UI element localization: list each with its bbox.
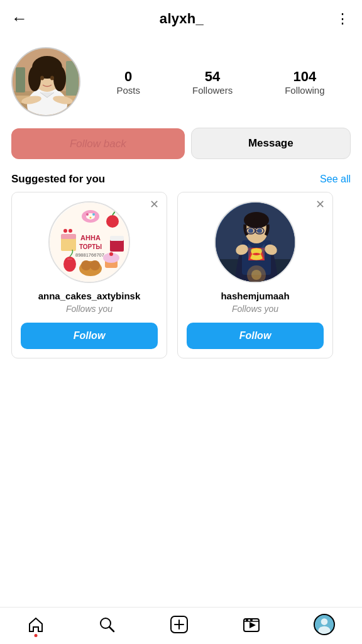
suggestion-card: ✕ [177,192,333,358]
home-active-dot [34,634,37,637]
svg-point-17 [86,213,89,216]
suggested-cards-container: ✕ [0,192,362,365]
avatar [11,47,80,116]
stats-row: 0 Posts 54 Followers 104 Following [90,69,351,96]
svg-point-9 [53,66,66,91]
followers-label: Followers [192,85,233,96]
svg-point-64 [321,618,328,625]
card-avatar: АННА ТОРТЫ 89881766707. [48,201,130,283]
follow-back-button[interactable]: Follow back [11,128,185,159]
svg-rect-22 [61,234,76,239]
see-all-link[interactable]: See all [320,174,351,185]
search-icon [98,616,116,633]
card-follows-you: Follows you [66,304,112,314]
posts-stat[interactable]: 0 Posts [116,69,140,96]
close-card-button[interactable]: ✕ [315,199,325,210]
message-button[interactable]: Message [191,128,351,159]
svg-rect-12 [66,61,79,96]
card-follows-you: Follows you [232,304,278,314]
followers-count: 54 [192,69,233,85]
svg-point-10 [40,76,44,80]
svg-rect-13 [16,67,25,92]
username-title: alyxh_ [160,11,204,27]
svg-text:ТОРТЫ: ТОРТЫ [79,243,102,250]
svg-point-48 [257,229,262,233]
svg-point-61 [246,619,248,621]
following-stat[interactable]: 104 Following [285,69,324,96]
follow-button[interactable]: Follow [21,323,158,349]
followers-stat[interactable]: 54 Followers [192,69,233,96]
card-avatar [214,201,296,283]
bottom-navigation [0,607,362,644]
following-label: Following [285,85,324,96]
suggested-title: Suggested for you [11,173,105,186]
nav-home[interactable] [27,616,45,633]
svg-point-19 [90,217,92,219]
nav-profile[interactable] [314,614,335,635]
svg-point-23 [63,229,67,233]
svg-point-8 [28,66,41,91]
posts-label: Posts [116,85,140,96]
add-icon [170,615,189,634]
profile-info-row: 0 Posts 54 Followers 104 Following [11,47,351,116]
nav-search[interactable] [98,616,116,633]
svg-point-18 [92,213,95,216]
card-username: anna_cakes_axtybinsk [38,291,141,301]
svg-point-43 [244,212,269,228]
reels-icon [243,616,260,633]
follow-button[interactable]: Follow [187,323,324,349]
profile-section: 0 Posts 54 Followers 104 Following [0,37,362,116]
svg-point-24 [69,229,72,233]
more-options-button[interactable]: ⋮ [336,11,351,27]
svg-line-54 [109,627,114,631]
suggested-header: Suggested for you See all [0,167,362,192]
nav-add[interactable] [170,615,189,634]
svg-point-29 [90,260,100,270]
home-icon [27,616,45,633]
svg-point-47 [248,229,253,233]
svg-point-37 [109,252,113,256]
svg-point-28 [81,260,91,270]
svg-rect-21 [61,237,76,251]
svg-rect-26 [110,236,124,241]
back-button[interactable]: ← [11,9,28,28]
card-username: hashemjumaah [221,291,289,301]
svg-point-20 [106,215,119,228]
svg-point-52 [251,270,261,280]
profile-actions-row: Follow back Message [0,116,362,167]
header: ← alyxh_ ⋮ [0,0,362,37]
svg-point-11 [50,76,54,80]
svg-text:АННА: АННА [80,234,101,242]
nav-reels[interactable] [243,616,260,633]
profile-nav-avatar [314,614,335,635]
posts-count: 0 [116,69,140,85]
svg-text:89881766707.: 89881766707. [75,252,106,258]
svg-point-62 [250,619,253,621]
close-card-button[interactable]: ✕ [150,199,159,210]
svg-marker-59 [250,622,256,628]
suggestion-card: ✕ [11,192,167,358]
following-count: 104 [285,69,324,85]
